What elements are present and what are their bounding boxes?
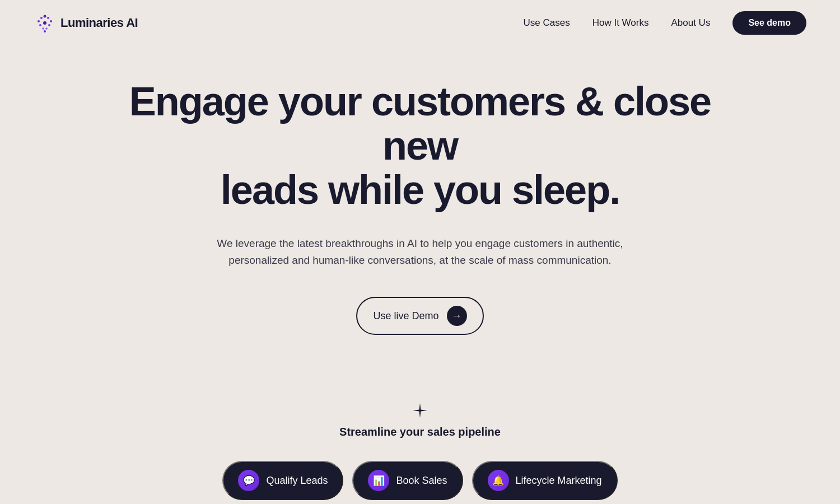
svg-point-1 (40, 17, 43, 19)
nav-link-about-us[interactable]: About Us (671, 17, 710, 29)
pill-qualify-leads-label: Qualify Leads (266, 475, 328, 487)
svg-point-6 (39, 24, 41, 26)
svg-point-3 (38, 20, 40, 22)
svg-point-10 (44, 30, 46, 32)
see-demo-button[interactable]: See demo (732, 11, 806, 35)
pill-lifecycle-marketing[interactable]: 🔔 Lifecycle Marketing (472, 461, 618, 500)
lifecycle-marketing-icon: 🔔 (488, 470, 509, 491)
live-demo-button[interactable]: Use live Demo → (356, 297, 483, 335)
svg-point-8 (42, 27, 44, 30)
nav-link-use-cases[interactable]: Use Cases (524, 17, 570, 29)
pill-qualify-leads[interactable]: 💬 Qualify Leads (222, 461, 343, 500)
pill-book-sales-label: Book Sales (396, 475, 447, 487)
logo-wordmark: Luminaries AI (60, 16, 138, 30)
sparkle-icon (411, 402, 429, 420)
logo-icon (34, 12, 56, 34)
nav-link-how-it-works[interactable]: How It Works (592, 17, 649, 29)
pills-container: 💬 Qualify Leads 📊 Book Sales 🔔 Lifecycle… (22, 461, 818, 504)
navbar: Luminaries AI Use Cases How It Works Abo… (0, 0, 840, 46)
book-sales-icon: 📊 (368, 470, 389, 491)
svg-point-2 (47, 17, 49, 19)
hero-section: Engage your customers & close new leads … (0, 46, 840, 357)
logo[interactable]: Luminaries AI (34, 12, 138, 34)
hero-title: Engage your customers & close new leads … (112, 80, 728, 213)
pill-book-sales[interactable]: 📊 Book Sales (352, 461, 463, 500)
svg-point-5 (43, 21, 46, 25)
nav-links: Use Cases How It Works About Us See demo (524, 11, 806, 35)
svg-point-4 (50, 20, 52, 22)
svg-point-7 (48, 24, 50, 26)
qualify-leads-icon: 💬 (238, 470, 259, 491)
hero-subtitle: We leverage the latest breakthroughs in … (207, 235, 633, 269)
demo-arrow-icon: → (447, 306, 467, 326)
svg-point-9 (45, 27, 48, 30)
pill-lifecycle-marketing-label: Lifecycle Marketing (516, 475, 602, 487)
streamline-section: Streamline your sales pipeline 💬 Qualify… (0, 357, 840, 504)
streamline-title: Streamline your sales pipeline (22, 426, 818, 438)
svg-point-0 (44, 15, 46, 18)
pills-row-1: 💬 Qualify Leads 📊 Book Sales 🔔 Lifecycle… (222, 461, 617, 500)
